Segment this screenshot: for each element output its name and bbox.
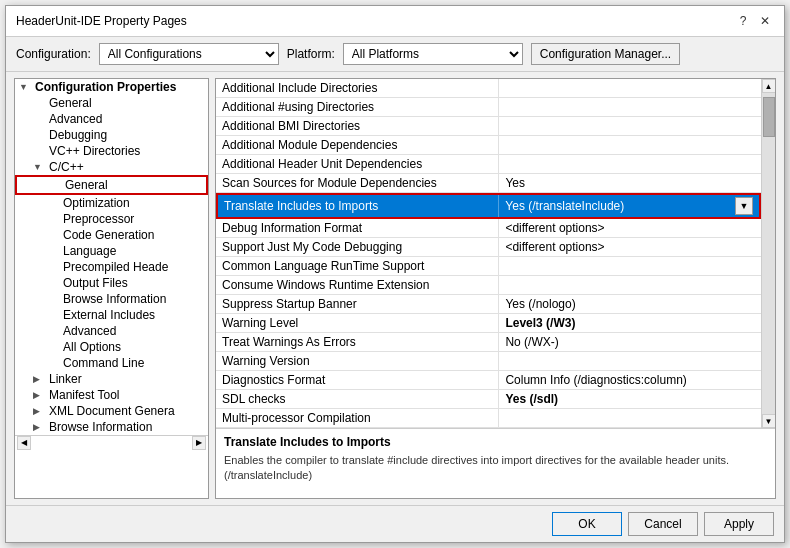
tree-item[interactable]: General bbox=[15, 175, 208, 195]
tree-item[interactable]: Advanced bbox=[15, 323, 208, 339]
tree-item[interactable]: VC++ Directories bbox=[15, 143, 208, 159]
close-button[interactable]: ✕ bbox=[756, 12, 774, 30]
tree-item-label: C/C++ bbox=[47, 160, 84, 174]
apply-button[interactable]: Apply bbox=[704, 512, 774, 536]
tree-item[interactable]: Output Files bbox=[15, 275, 208, 291]
prop-value: No (/WX-) bbox=[499, 333, 761, 351]
prop-value: Level3 (/W3) bbox=[499, 314, 761, 332]
tree-item-label: VC++ Directories bbox=[47, 144, 140, 158]
tree-item[interactable]: Optimization bbox=[15, 195, 208, 211]
tree-item-label: Advanced bbox=[61, 324, 116, 338]
prop-value-text: <different options> bbox=[505, 221, 604, 235]
tree-scroll-left[interactable]: ◀ bbox=[17, 436, 31, 450]
prop-row[interactable]: Additional BMI Directories bbox=[216, 117, 761, 136]
prop-row[interactable]: Debug Information Format<different optio… bbox=[216, 219, 761, 238]
prop-value-text: Level3 (/W3) bbox=[505, 316, 575, 330]
prop-row[interactable]: Consume Windows Runtime Extension bbox=[216, 276, 761, 295]
prop-name: Additional #using Directories bbox=[216, 98, 499, 116]
prop-row[interactable]: Warning LevelLevel3 (/W3) bbox=[216, 314, 761, 333]
main-content: ▼Configuration PropertiesGeneralAdvanced… bbox=[6, 72, 784, 505]
prop-name: Common Language RunTime Support bbox=[216, 257, 499, 275]
tree-item[interactable]: Debugging bbox=[15, 127, 208, 143]
tree-item[interactable]: ▼C/C++ bbox=[15, 159, 208, 175]
tree-expand-icon: ▼ bbox=[33, 162, 47, 172]
tree-item[interactable]: ▶XML Document Genera bbox=[15, 403, 208, 419]
prop-row[interactable]: SDL checksYes (/sdl) bbox=[216, 390, 761, 409]
ok-button[interactable]: OK bbox=[552, 512, 622, 536]
scroll-track bbox=[762, 93, 776, 414]
tree-item[interactable]: All Options bbox=[15, 339, 208, 355]
tree-item[interactable]: Browse Information bbox=[15, 291, 208, 307]
tree-scroll-right[interactable]: ▶ bbox=[192, 436, 206, 450]
prop-row[interactable]: Support Just My Code Debugging<different… bbox=[216, 238, 761, 257]
tree-item[interactable]: ▶Linker bbox=[15, 371, 208, 387]
prop-name: Scan Sources for Module Dependencies bbox=[216, 174, 499, 192]
prop-row[interactable]: Additional Module Dependencies bbox=[216, 136, 761, 155]
prop-name: Suppress Startup Banner bbox=[216, 295, 499, 313]
prop-value-text: Yes (/translateInclude) bbox=[505, 199, 624, 213]
help-button[interactable]: ? bbox=[734, 12, 752, 30]
config-manager-button[interactable]: Configuration Manager... bbox=[531, 43, 680, 65]
tree-item-label: All Options bbox=[61, 340, 121, 354]
tree-item[interactable]: External Includes bbox=[15, 307, 208, 323]
prop-value bbox=[499, 136, 761, 154]
title-bar: HeaderUnit-IDE Property Pages ? ✕ bbox=[6, 6, 784, 37]
tree-item-label: Advanced bbox=[47, 112, 102, 126]
prop-row[interactable]: Diagnostics FormatColumn Info (/diagnost… bbox=[216, 371, 761, 390]
prop-name: Support Just My Code Debugging bbox=[216, 238, 499, 256]
prop-dropdown-btn[interactable]: ▼ bbox=[735, 197, 753, 215]
tree-expand-icon: ▶ bbox=[33, 406, 47, 416]
prop-value-text: Column Info (/diagnostics:column) bbox=[505, 373, 686, 387]
prop-value bbox=[499, 155, 761, 173]
desc-title: Translate Includes to Imports bbox=[224, 435, 767, 449]
prop-name: Additional BMI Directories bbox=[216, 117, 499, 135]
prop-name: SDL checks bbox=[216, 390, 499, 408]
prop-row[interactable]: Translate Includes to ImportsYes (/trans… bbox=[216, 193, 761, 219]
tree-item[interactable]: Precompiled Heade bbox=[15, 259, 208, 275]
tree-item-label: Browse Information bbox=[61, 292, 166, 306]
title-controls: ? ✕ bbox=[734, 12, 774, 30]
tree-item[interactable]: Code Generation bbox=[15, 227, 208, 243]
dialog-title: HeaderUnit-IDE Property Pages bbox=[16, 14, 187, 28]
tree-item-label: External Includes bbox=[61, 308, 155, 322]
tree-item[interactable]: ▶Browse Information bbox=[15, 419, 208, 435]
description-panel: Translate Includes to Imports Enables th… bbox=[216, 428, 775, 498]
prop-row[interactable]: Treat Warnings As ErrorsNo (/WX-) bbox=[216, 333, 761, 352]
platform-label: Platform: bbox=[287, 47, 335, 61]
prop-row[interactable]: Warning Version bbox=[216, 352, 761, 371]
prop-value-text: No (/WX-) bbox=[505, 335, 558, 349]
prop-row[interactable]: Common Language RunTime Support bbox=[216, 257, 761, 276]
tree-item[interactable]: Advanced bbox=[15, 111, 208, 127]
config-select[interactable]: All Configurations bbox=[99, 43, 279, 65]
scroll-down-btn[interactable]: ▼ bbox=[762, 414, 776, 428]
tree-item[interactable]: ▶Manifest Tool bbox=[15, 387, 208, 403]
prop-row[interactable]: Multi-processor Compilation bbox=[216, 409, 761, 428]
tree-item[interactable]: General bbox=[15, 95, 208, 111]
prop-row[interactable]: Additional #using Directories bbox=[216, 98, 761, 117]
scroll-up-btn[interactable]: ▲ bbox=[762, 79, 776, 93]
prop-row[interactable]: Scan Sources for Module DependenciesYes bbox=[216, 174, 761, 193]
platform-select[interactable]: All Platforms bbox=[343, 43, 523, 65]
tree-item[interactable]: Command Line bbox=[15, 355, 208, 371]
tree-item[interactable]: ▼Configuration Properties bbox=[15, 79, 208, 95]
button-bar: OK Cancel Apply bbox=[6, 505, 784, 542]
tree-item-label: Preprocessor bbox=[61, 212, 134, 226]
prop-value bbox=[499, 352, 761, 370]
prop-value bbox=[499, 276, 761, 294]
tree-item[interactable]: Preprocessor bbox=[15, 211, 208, 227]
tree-item-label: Language bbox=[61, 244, 116, 258]
prop-name: Debug Information Format bbox=[216, 219, 499, 237]
tree-item-label: Configuration Properties bbox=[33, 80, 176, 94]
tree-inner: ▼Configuration PropertiesGeneralAdvanced… bbox=[15, 79, 208, 435]
props-panel: Additional Include DirectoriesAdditional… bbox=[215, 78, 776, 499]
cancel-button[interactable]: Cancel bbox=[628, 512, 698, 536]
scroll-thumb bbox=[763, 97, 775, 137]
prop-row[interactable]: Additional Include Directories bbox=[216, 79, 761, 98]
tree-item-label: Code Generation bbox=[61, 228, 154, 242]
tree-item-label: Manifest Tool bbox=[47, 388, 119, 402]
prop-row[interactable]: Additional Header Unit Dependencies bbox=[216, 155, 761, 174]
tree-item[interactable]: Language bbox=[15, 243, 208, 259]
prop-row[interactable]: Suppress Startup BannerYes (/nologo) bbox=[216, 295, 761, 314]
tree-hscroll: ◀ ▶ bbox=[15, 435, 208, 449]
prop-value bbox=[499, 257, 761, 275]
